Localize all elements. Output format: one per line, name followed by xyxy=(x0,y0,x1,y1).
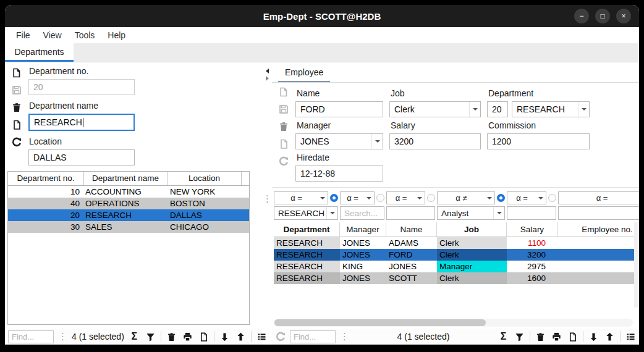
table-row[interactable]: 30 SALES CHICAGO xyxy=(8,221,249,233)
move-up-icon[interactable] xyxy=(235,331,247,343)
move-down-icon[interactable] xyxy=(588,331,600,343)
filter-op-combobox[interactable]: α = xyxy=(274,191,328,204)
filter-op-combobox[interactable]: α ≠ xyxy=(437,191,495,204)
dept-no-field[interactable]: 20 xyxy=(28,79,135,95)
minimize-button[interactable]: − xyxy=(574,9,589,23)
menu-view[interactable]: View xyxy=(43,30,62,40)
collapse-left-icon[interactable] xyxy=(266,69,269,73)
move-up-icon[interactable] xyxy=(604,331,616,343)
col-header-dept-name[interactable]: Department name xyxy=(84,172,167,185)
filter-search-field[interactable] xyxy=(340,206,384,220)
col-header-salary[interactable]: Salary xyxy=(507,222,558,237)
copy-record-icon[interactable] xyxy=(279,138,289,149)
menu-file[interactable]: File xyxy=(16,30,30,40)
copy-record-icon[interactable] xyxy=(12,119,22,130)
save-icon[interactable] xyxy=(12,85,22,95)
vertical-scrollbar[interactable] xyxy=(634,222,639,308)
col-header-job[interactable]: Job xyxy=(437,222,507,237)
chevron-down-icon[interactable] xyxy=(318,192,328,204)
copy-page-icon[interactable] xyxy=(567,331,578,343)
sum-icon[interactable]: Σ xyxy=(129,331,140,343)
chevron-down-icon[interactable] xyxy=(485,192,494,204)
name-field[interactable]: FORD xyxy=(295,101,383,117)
department-no-field[interactable]: 20 xyxy=(487,101,508,117)
col-header-dept-no[interactable]: Department no. xyxy=(8,172,84,185)
col-header-manager[interactable]: Manager xyxy=(340,222,386,237)
commission-field[interactable]: 1200 xyxy=(487,133,590,149)
print-icon[interactable] xyxy=(551,331,562,343)
table-row[interactable]: RESEARCH JONES ADAMS Clerk 1100 xyxy=(274,237,639,249)
filter-value-field[interactable] xyxy=(507,206,556,220)
col-header-department[interactable]: Department xyxy=(274,222,340,237)
horizontal-scrollbar-thumb[interactable] xyxy=(274,319,486,326)
filter-radio-on[interactable] xyxy=(497,194,505,202)
tab-departments[interactable]: Departments xyxy=(5,43,74,62)
collapse-right-icon[interactable] xyxy=(266,76,269,81)
department-combobox[interactable]: RESEARCH xyxy=(512,101,590,117)
chevron-down-icon[interactable] xyxy=(326,207,337,219)
new-record-icon[interactable] xyxy=(279,86,289,97)
print-icon[interactable] xyxy=(182,331,193,343)
filter-op-combobox[interactable]: α = xyxy=(386,191,425,204)
list-view-icon[interactable] xyxy=(625,331,637,343)
new-record-icon[interactable] xyxy=(12,67,22,78)
chevron-down-icon[interactable] xyxy=(364,192,374,204)
table-row[interactable]: RESEARCH JONES SCOTT Clerk 1600 xyxy=(274,272,639,284)
chevron-down-icon[interactable] xyxy=(536,192,546,204)
table-row[interactable]: 40 OPERATIONS BOSTON xyxy=(8,198,249,209)
filter-op-combobox[interactable]: α = xyxy=(507,191,546,204)
divider-grip-icon[interactable]: ⋮ xyxy=(263,195,272,203)
close-button[interactable]: × xyxy=(616,9,631,23)
table-row-selected[interactable]: RESEARCH JONES FORD Clerk 3200 xyxy=(274,249,639,261)
filter-icon[interactable] xyxy=(514,331,525,343)
filter-radio-off[interactable] xyxy=(427,194,435,202)
delete-record-icon[interactable] xyxy=(12,102,22,112)
menu-help[interactable]: Help xyxy=(108,30,125,40)
delete-icon[interactable] xyxy=(166,331,177,343)
toolbar-grip[interactable]: ⋮ xyxy=(340,333,349,340)
refresh-icon[interactable] xyxy=(12,136,22,147)
col-header-empno[interactable]: Employee no. xyxy=(558,222,639,237)
chevron-down-icon[interactable] xyxy=(371,134,383,149)
table-row-selected[interactable]: 20 RESEARCH DALLAS xyxy=(8,209,249,221)
menu-tools[interactable]: Tools xyxy=(75,30,95,40)
refresh-icon[interactable] xyxy=(275,332,286,342)
filter-radio-on[interactable] xyxy=(330,194,338,202)
refresh-icon[interactable] xyxy=(279,156,289,166)
sum-icon[interactable]: Σ xyxy=(498,331,509,343)
location-field[interactable]: DALLAS xyxy=(28,149,135,166)
job-combobox[interactable]: Clerk xyxy=(389,101,481,117)
filter-op-combobox[interactable]: α = xyxy=(340,191,375,204)
filter-value-field[interactable] xyxy=(386,206,435,220)
delete-icon[interactable] xyxy=(535,331,546,343)
filter-value-combobox[interactable]: Analyst xyxy=(437,206,505,220)
chevron-down-icon[interactable] xyxy=(469,102,480,117)
chevron-down-icon[interactable] xyxy=(415,192,425,204)
hiredate-field[interactable]: 12-12-88 xyxy=(295,166,383,182)
filter-icon[interactable] xyxy=(145,331,156,343)
filter-radio-off[interactable] xyxy=(376,194,384,202)
copy-page-icon[interactable] xyxy=(198,331,210,343)
filter-value-combobox[interactable]: RESEARCH xyxy=(274,206,338,220)
delete-record-icon[interactable] xyxy=(279,121,289,132)
split-pane-divider[interactable]: ⋮ xyxy=(263,62,272,345)
table-row[interactable]: RESEARCH KING JONES Manager 2975 xyxy=(274,261,639,272)
filter-search-input[interactable] xyxy=(344,209,384,218)
tab-employee[interactable]: Employee xyxy=(278,63,330,82)
save-icon[interactable] xyxy=(279,104,289,114)
toolbar-grip[interactable]: ⋮ xyxy=(58,333,67,340)
chevron-down-icon[interactable] xyxy=(493,207,504,219)
maximize-button[interactable]: □ xyxy=(595,9,610,23)
col-header-location[interactable]: Location xyxy=(167,172,242,185)
filter-value-field[interactable] xyxy=(558,206,639,220)
filter-op-combobox[interactable]: α = xyxy=(558,191,639,204)
chevron-down-icon[interactable] xyxy=(578,102,589,117)
filter-radio-off[interactable] xyxy=(548,194,556,202)
manager-combobox[interactable]: JONES xyxy=(295,133,383,149)
table-row[interactable]: 10 ACCOUNTING NEW YORK xyxy=(8,186,249,198)
salary-field[interactable]: 3200 xyxy=(389,133,481,149)
emp-find-input[interactable] xyxy=(290,330,336,343)
move-down-icon[interactable] xyxy=(219,331,231,343)
col-header-name[interactable]: Name xyxy=(386,222,437,237)
dept-name-field[interactable]: RESEARCH xyxy=(28,114,135,131)
